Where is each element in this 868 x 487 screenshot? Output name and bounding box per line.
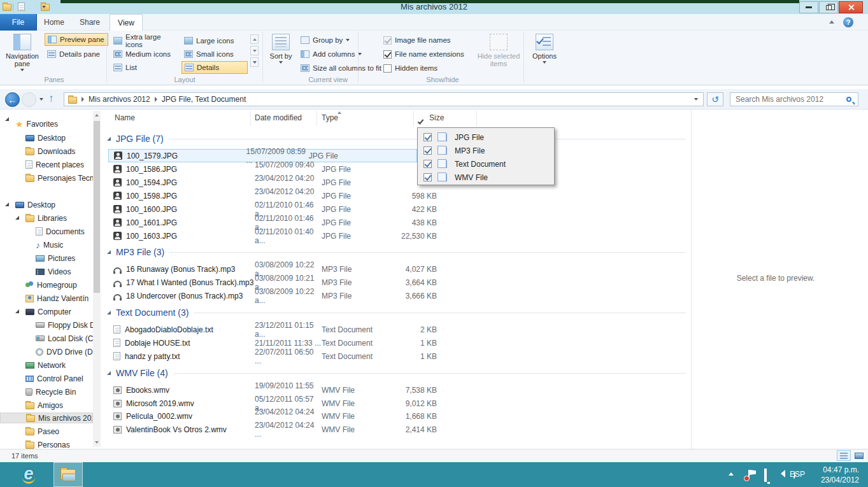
filter-option-text[interactable]: Text Document xyxy=(418,157,554,171)
collapse-triangle-icon[interactable] xyxy=(107,250,111,254)
details-pane-button[interactable]: Details pane xyxy=(45,48,108,60)
table-row[interactable]: 100_1603.JPG02/11/2010 01:40 a...JPG Fil… xyxy=(108,229,691,243)
file-name-extensions-checkbox[interactable]: File name extensions xyxy=(381,48,483,60)
sidebar-item-network[interactable]: Network xyxy=(0,360,93,371)
checkbox-checked-icon[interactable] xyxy=(423,146,432,155)
sidebar-item-recent-places[interactable]: Recent places xyxy=(0,159,93,170)
large-icons-button[interactable]: Large icons xyxy=(181,34,248,47)
search-icon[interactable] xyxy=(846,97,851,102)
sidebar-item-paseo[interactable]: Paseo xyxy=(0,426,93,437)
group-header-mp3[interactable]: MP3 File (3) xyxy=(107,246,686,258)
sidebar-item-user[interactable]: Handz Valentín xyxy=(0,293,93,304)
group-header-wmv[interactable]: WMV File (4) xyxy=(107,367,686,379)
gallery-scroll-down-button[interactable] xyxy=(250,46,259,55)
column-separator[interactable] xyxy=(476,111,477,126)
filter-option-wmv[interactable]: WMV File xyxy=(418,171,554,184)
minimize-button[interactable] xyxy=(799,1,818,13)
add-columns-button[interactable]: Add columns xyxy=(298,48,381,60)
table-row[interactable]: 18 Undercover (Bonus Track).mp303/08/200… xyxy=(108,289,691,302)
sidebar-item-personas[interactable]: Personas xyxy=(0,439,93,449)
restore-button[interactable] xyxy=(819,1,838,13)
sidebar-item-local-disk[interactable]: Local Disk (C:) xyxy=(0,333,93,344)
sidebar-item-recycle-bin[interactable]: Recycle Bin xyxy=(0,386,93,397)
table-row[interactable]: Doblaje HOUSE.txt21/11/2011 11:33 ...Tex… xyxy=(108,336,691,349)
minimize-ribbon-icon[interactable] xyxy=(829,20,834,24)
thumbnail-view-toggle[interactable] xyxy=(852,450,866,461)
breadcrumb-segment[interactable]: Mis archivos 2012 xyxy=(89,95,150,104)
small-icons-button[interactable]: Small icons xyxy=(181,48,248,60)
list-view-button[interactable]: List xyxy=(111,61,180,74)
close-button[interactable] xyxy=(839,1,863,13)
group-header-jpg[interactable]: JPG File (7) xyxy=(107,132,686,145)
up-button[interactable]: ↑ xyxy=(48,92,54,105)
table-row[interactable]: AbogadoDiabloDoblaje.txt23/12/2011 01:15… xyxy=(108,323,691,336)
table-row[interactable]: Película_0002.wmv23/04/2012 04:24 ...WMV… xyxy=(108,409,691,423)
scrollbar-thumb[interactable] xyxy=(94,121,100,293)
hidden-items-checkbox[interactable]: Hidden items xyxy=(381,62,457,74)
tab-view[interactable]: View xyxy=(110,14,143,31)
checkbox-checked-icon[interactable] xyxy=(423,173,432,181)
table-row[interactable]: 100_1598.JPG23/04/2012 04:20 ...JPG File… xyxy=(108,189,691,202)
tab-home[interactable]: Home xyxy=(38,14,70,31)
sidebar-item-downloads[interactable]: Downloads xyxy=(0,146,93,157)
table-row[interactable]: Microsoft 2019.wmv05/12/2011 05:57 a...W… xyxy=(108,397,691,410)
collapse-triangle-icon[interactable] xyxy=(107,137,111,141)
table-row[interactable]: Ebooks.wmv19/09/2010 11:55 ...WMV File7,… xyxy=(108,383,691,397)
refresh-button[interactable]: ↺ xyxy=(707,92,723,106)
sidebar-item-videos[interactable]: Videos xyxy=(0,266,93,277)
sidebar-item-computer[interactable]: Computer xyxy=(0,306,93,317)
sidebar-item-personajes[interactable]: Personajes Tecno xyxy=(0,173,93,183)
gallery-scroll-up-button[interactable] xyxy=(250,34,259,44)
table-row[interactable]: 16 Runaway (Bonus Track).mp303/08/2009 1… xyxy=(108,262,691,276)
extra-large-icons-button[interactable]: Extra large icons xyxy=(111,34,180,47)
address-dropdown-icon[interactable] xyxy=(694,98,698,101)
details-view-button[interactable]: Details xyxy=(181,61,248,74)
search-input[interactable] xyxy=(730,95,846,104)
sidebar-item-homegroup[interactable]: Homegroup xyxy=(0,279,93,290)
scrollbar-up-icon[interactable] xyxy=(93,111,101,120)
column-separator[interactable] xyxy=(413,111,414,126)
column-header-size[interactable]: Size xyxy=(429,113,444,122)
table-row[interactable]: 100_1601.JPG02/11/2010 01:46 a...JPG Fil… xyxy=(108,216,691,229)
sidebar-item-desktop-tree[interactable]: Desktop xyxy=(0,199,93,210)
filter-option-mp3[interactable]: MP3 File xyxy=(418,144,554,157)
column-header-name[interactable]: Name xyxy=(115,113,135,122)
sidebar-item-favorites[interactable]: ★Favorites xyxy=(0,118,93,129)
collapse-triangle-icon[interactable] xyxy=(107,371,111,375)
table-row[interactable]: 100_1586.JPG15/07/2009 09:40 ...JPG File xyxy=(108,162,691,176)
table-row[interactable]: ValentinBook Vs Otros 2.wmv23/04/2012 04… xyxy=(108,423,691,436)
recent-locations-icon[interactable] xyxy=(39,98,43,101)
table-row[interactable]: 100_1600.JPG02/11/2010 01:46 a...JPG Fil… xyxy=(108,202,691,216)
sidebar-item-libraries[interactable]: Libraries xyxy=(0,213,93,223)
column-header-type[interactable]: Type xyxy=(322,113,338,122)
sidebar-item-mis-archivos[interactable]: Mis archivos 201 xyxy=(0,413,93,423)
tray-show-hidden-icons[interactable] xyxy=(729,472,734,476)
checkbox-checked-icon[interactable] xyxy=(423,133,432,141)
back-button[interactable]: ← xyxy=(5,92,20,107)
filter-option-jpg[interactable]: JPG File xyxy=(418,131,554,144)
medium-icons-button[interactable]: Medium icons xyxy=(111,48,180,60)
sort-by-button[interactable]: Sort by xyxy=(266,32,295,81)
column-separator[interactable] xyxy=(250,111,251,126)
tray-network-icon[interactable] xyxy=(764,469,767,482)
breadcrumb-segment[interactable]: JPG File, Text Document xyxy=(162,95,246,104)
sidebar-item-documents[interactable]: Documents xyxy=(0,226,93,237)
taskbar-ie-button[interactable]: e xyxy=(6,462,51,487)
breadcrumb[interactable]: Mis archivos 2012 JPG File, Text Documen… xyxy=(64,92,704,106)
help-icon[interactable]: ? xyxy=(843,17,853,27)
column-separator[interactable] xyxy=(317,111,317,126)
scrollbar-down-icon[interactable] xyxy=(93,438,101,447)
navigation-pane-button[interactable]: Navigation pane xyxy=(3,32,42,81)
options-button[interactable]: Options xyxy=(529,32,560,81)
table-row[interactable]: handz y patty.txt22/07/2011 06:50 ...Tex… xyxy=(108,349,691,363)
details-view-toggle[interactable] xyxy=(837,450,851,461)
tray-clock[interactable]: 04:47 p.m. 23/04/2012 xyxy=(821,465,859,485)
checkbox-checked-icon[interactable] xyxy=(423,160,432,168)
sidebar-item-pictures[interactable]: Pictures xyxy=(0,253,93,264)
sidebar-scrollbar[interactable] xyxy=(93,111,101,447)
sidebar-item-dvd-drive[interactable]: DVD Drive (D:) xyxy=(0,346,93,357)
sidebar-item-amigos[interactable]: Amigos xyxy=(0,400,93,411)
column-header-date[interactable]: Date modified xyxy=(255,113,302,122)
sidebar-item-music[interactable]: ♪Music xyxy=(0,239,93,250)
preview-pane-button[interactable]: Preview pane xyxy=(45,33,108,46)
